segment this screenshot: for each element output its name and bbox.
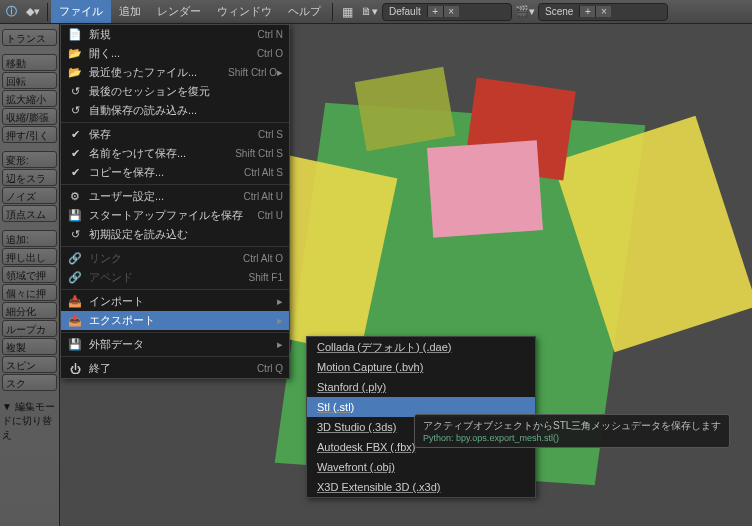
menu-item-shortcut: Ctrl U xyxy=(257,210,283,221)
layout-selector[interactable]: Default + × xyxy=(382,3,512,21)
file-menu-dropdown: 📄新規Ctrl N📂開く...Ctrl O📂最近使ったファイル...Shift … xyxy=(60,24,290,379)
file-menu-インポート[interactable]: 📥インポート▸ xyxy=(61,292,289,311)
sidebar-item-トランス[interactable]: トランス xyxy=(2,29,57,46)
sidebar-item-押す/引く[interactable]: 押す/引く xyxy=(2,126,57,143)
menu-ウィンドウ[interactable]: ウィンドウ xyxy=(209,0,280,23)
sidebar-item-個々に押[interactable]: 個々に押 xyxy=(2,284,57,301)
menu-item-label: 名前をつけて保存... xyxy=(89,146,235,161)
add-layout-button[interactable]: + xyxy=(427,6,443,17)
scene-selector[interactable]: Scene + × xyxy=(538,3,668,21)
menu-item-shortcut: Ctrl S xyxy=(258,129,283,140)
menu-item-icon: ⏻ xyxy=(67,361,83,377)
info-icon[interactable]: ⓘ xyxy=(1,2,21,22)
menu-item-shortcut: Shift Ctrl S xyxy=(235,148,283,159)
sidebar-item-領域で押[interactable]: 領域で押 xyxy=(2,266,57,283)
dropdown-toggle-icon[interactable]: ◆▾ xyxy=(23,2,43,22)
menu-item-shortcut: Shift F1 xyxy=(249,272,283,283)
export-option-X3D Extensible 3D (.x3d)[interactable]: X3D Extensible 3D (.x3d) xyxy=(307,477,535,497)
export-option-Collada (デフォルト) (.dae)[interactable]: Collada (デフォルト) (.dae) xyxy=(307,337,535,357)
sidebar-item-辺をスラ[interactable]: 辺をスラ xyxy=(2,169,57,186)
export-option-Wavefront (.obj)[interactable]: Wavefront (.obj) xyxy=(307,457,535,477)
export-option-Stanford (.ply)[interactable]: Stanford (.ply) xyxy=(307,377,535,397)
sidebar-item-回転[interactable]: 回転 xyxy=(2,72,57,89)
file-menu-最後のセッションを復元[interactable]: ↺最後のセッションを復元 xyxy=(61,82,289,101)
sidebar-item-スピン[interactable]: スピン xyxy=(2,356,57,373)
file-menu-開く...[interactable]: 📂開く...Ctrl O xyxy=(61,44,289,63)
layout-grid-icon[interactable] xyxy=(337,2,357,22)
export-option-label: Wavefront (.obj) xyxy=(317,461,395,473)
file-menu-エクスポート[interactable]: 📤エクスポート▸ xyxy=(61,311,289,330)
sidebar-item-細分化[interactable]: 細分化 xyxy=(2,302,57,319)
sidebar-item-頂点スム[interactable]: 頂点スム xyxy=(2,205,57,222)
export-option-label: Collada (デフォルト) (.dae) xyxy=(317,340,451,355)
menu-item-shortcut: Ctrl Alt S xyxy=(244,167,283,178)
menu-item-label: 保存 xyxy=(89,127,258,142)
file-menu-自動保存の読み込み...[interactable]: ↺自動保存の読み込み... xyxy=(61,101,289,120)
menu-ファイル[interactable]: ファイル xyxy=(51,0,111,23)
remove-scene-button[interactable]: × xyxy=(595,6,611,17)
submenu-arrow-icon: ▸ xyxy=(277,314,283,327)
top-menu-bar: ⓘ ◆▾ ファイル追加レンダーウィンドウヘルプ 🗎▾ Default + × 🎬… xyxy=(0,0,752,24)
sidebar-item-拡大縮小[interactable]: 拡大縮小 xyxy=(2,90,57,107)
file-menu-最近使ったファイル...[interactable]: 📂最近使ったファイル...Shift Ctrl O▸ xyxy=(61,63,289,82)
file-menu-アペンド: 🔗アペンドShift F1 xyxy=(61,268,289,287)
menu-item-icon: 📂 xyxy=(67,46,83,62)
submenu-arrow-icon: ▸ xyxy=(277,295,283,308)
sidebar-item-変形:[interactable]: 変形: xyxy=(2,151,57,168)
menu-item-shortcut: Ctrl O xyxy=(257,48,283,59)
menu-item-icon: ↺ xyxy=(67,103,83,119)
sidebar-item-スク[interactable]: スク xyxy=(2,374,57,391)
sidebar-item-収縮/膨張[interactable]: 収縮/膨張 xyxy=(2,108,57,125)
sidebar-item-押し出し[interactable]: 押し出し xyxy=(2,248,57,265)
export-option-label: Autodesk FBX (.fbx) xyxy=(317,441,415,453)
sidebar-item-複製[interactable]: 複製 xyxy=(2,338,57,355)
sidebar-item-追加:[interactable]: 追加: xyxy=(2,230,57,247)
file-menu-終了[interactable]: ⏻終了Ctrl Q xyxy=(61,359,289,378)
menu-item-shortcut: Shift Ctrl O xyxy=(228,67,277,78)
export-option-Motion Capture (.bvh)[interactable]: Motion Capture (.bvh) xyxy=(307,357,535,377)
sidebar-item-ノイズ[interactable]: ノイズ xyxy=(2,187,57,204)
export-option-label: Stanford (.ply) xyxy=(317,381,386,393)
export-option-label: 3D Studio (.3ds) xyxy=(317,421,396,433)
menu-item-label: 外部データ xyxy=(89,337,277,352)
add-scene-button[interactable]: + xyxy=(579,6,595,17)
menu-レンダー[interactable]: レンダー xyxy=(149,0,209,23)
menu-item-icon: 📥 xyxy=(67,294,83,310)
menu-item-shortcut: Ctrl N xyxy=(257,29,283,40)
menu-item-icon: 📂 xyxy=(67,65,83,81)
menu-item-label: アペンド xyxy=(89,270,249,285)
menu-item-label: 終了 xyxy=(89,361,257,376)
sidebar-item-移動[interactable]: 移動 xyxy=(2,54,57,71)
menu-追加[interactable]: 追加 xyxy=(111,0,149,23)
menu-item-icon: ✔ xyxy=(67,127,83,143)
menu-item-icon: 🔗 xyxy=(67,270,83,286)
file-menu-初期設定を読み込む[interactable]: ↺初期設定を読み込む xyxy=(61,225,289,244)
file-menu-コピーを保存...[interactable]: ✔コピーを保存...Ctrl Alt S xyxy=(61,163,289,182)
stl-tooltip: アクティブオブジェクトからSTL三角メッシュデータを保存します Python: … xyxy=(414,414,730,448)
file-menu-外部データ[interactable]: 💾外部データ▸ xyxy=(61,335,289,354)
menu-ヘルプ[interactable]: ヘルプ xyxy=(280,0,329,23)
menu-item-icon: 💾 xyxy=(67,208,83,224)
menu-item-label: 自動保存の読み込み... xyxy=(89,103,283,118)
file-menu-保存[interactable]: ✔保存Ctrl S xyxy=(61,125,289,144)
menu-item-shortcut: Ctrl Alt U xyxy=(244,191,283,202)
layout-browse-icon[interactable]: 🗎▾ xyxy=(359,2,379,22)
menu-item-icon: ✔ xyxy=(67,146,83,162)
scene-browse-icon[interactable]: 🎬▾ xyxy=(515,2,535,22)
file-menu-スタートアップファイルを保存[interactable]: 💾スタートアップファイルを保存Ctrl U xyxy=(61,206,289,225)
submenu-arrow-icon: ▸ xyxy=(277,66,283,79)
submenu-arrow-icon: ▸ xyxy=(277,338,283,351)
file-menu-ユーザー設定...[interactable]: ⚙ユーザー設定...Ctrl Alt U xyxy=(61,187,289,206)
sidebar-mode-label[interactable]: ▼ 編集モードに切り替え xyxy=(2,398,57,444)
export-option-label: Motion Capture (.bvh) xyxy=(317,361,423,373)
sidebar-item-ループカ[interactable]: ループカ xyxy=(2,320,57,337)
file-menu-名前をつけて保存...[interactable]: ✔名前をつけて保存...Shift Ctrl S xyxy=(61,144,289,163)
menu-item-shortcut: Ctrl Q xyxy=(257,363,283,374)
remove-layout-button[interactable]: × xyxy=(443,6,459,17)
file-menu-新規[interactable]: 📄新規Ctrl N xyxy=(61,25,289,44)
tool-sidebar: トランス移動回転拡大縮小収縮/膨張押す/引く変形:辺をスラノイズ頂点スム追加:押… xyxy=(0,24,60,526)
export-option-label: Stl (.stl) xyxy=(317,401,354,413)
menu-item-label: 開く... xyxy=(89,46,257,61)
export-option-label: X3D Extensible 3D (.x3d) xyxy=(317,481,441,493)
menu-item-icon: 📄 xyxy=(67,27,83,43)
